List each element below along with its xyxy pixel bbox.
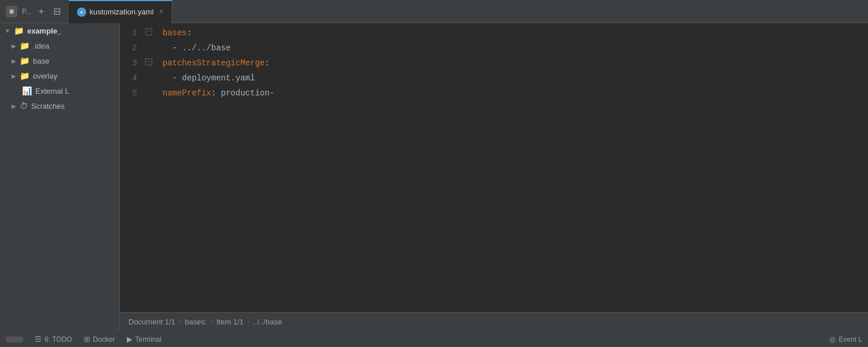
- tab-bar: ✦ kustomization.yaml ×: [69, 0, 868, 23]
- kustomization-tab-icon: ✦: [77, 8, 86, 17]
- code-line-4: - deployment.yaml: [163, 71, 868, 86]
- docker-label: Docker: [93, 335, 115, 344]
- scroll-indicator: [6, 337, 23, 342]
- todo-button[interactable]: ☰ 6: TODO: [35, 335, 72, 344]
- sidebar-item-external-libraries[interactable]: 📊 External L: [0, 83, 119, 98]
- editor-gutter: − −: [143, 25, 157, 310]
- terminal-button[interactable]: ▶ Terminal: [127, 335, 161, 344]
- main-content: ▼ 📁 example_ ▶ 📁 .idea ▶ 📁 base ▶ 📁 over…: [0, 23, 868, 331]
- chevron-right-icon: ▶: [12, 73, 16, 79]
- sidebar-item-label: External L: [35, 87, 69, 95]
- code-editor[interactable]: bases: - ../../base patchesStrategicMerg…: [157, 25, 868, 310]
- event-icon: ◎: [829, 335, 836, 344]
- docker-icon: ⊞: [84, 335, 90, 344]
- line-number-3: 3: [120, 56, 137, 71]
- todo-label: 6: TODO: [45, 335, 72, 344]
- sidebar-item-idea[interactable]: ▶ 📁 .idea: [0, 38, 119, 53]
- editor-content[interactable]: 1 2 3 4 5 − − bases: - ../../base: [120, 23, 868, 312]
- docker-button[interactable]: ⊞ Docker: [84, 335, 115, 344]
- toolbar-right: ◎ Event L: [829, 335, 862, 344]
- chevron-right-icon: ▶: [12, 43, 16, 49]
- bottom-toolbar: ☰ 6: TODO ⊞ Docker ▶ Terminal ◎ Event L: [0, 331, 868, 347]
- todo-icon: ☰: [35, 335, 42, 344]
- editor-tab[interactable]: ✦ kustomization.yaml ×: [69, 0, 172, 23]
- code-line-1: bases:: [163, 25, 868, 40]
- sidebar-root-item[interactable]: ▼ 📁 example_: [0, 23, 119, 38]
- code-line-3: patchesStrategicMerge:: [163, 56, 868, 71]
- breadcrumb-document: Document 1/1: [128, 318, 175, 326]
- title-bar: ▣ P... + ⊟ ✦ kustomization.yaml ×: [0, 0, 868, 23]
- terminal-label: Terminal: [135, 335, 161, 344]
- folder-icon: 📁: [20, 41, 30, 50]
- window-label[interactable]: P...: [22, 8, 31, 16]
- line-number-2: 2: [120, 40, 137, 56]
- event-log-button[interactable]: ◎ Event L: [829, 335, 862, 344]
- external-libraries-icon: 📊: [22, 86, 32, 95]
- code-line-5: namePrefix: production-: [163, 86, 868, 101]
- add-tab-button[interactable]: +: [36, 5, 46, 18]
- sidebar-item-overlay[interactable]: ▶ 📁 overlay: [0, 68, 119, 83]
- window-icon: ▣: [6, 6, 17, 17]
- line-number-4: 4: [120, 71, 137, 86]
- line-numbers: 1 2 3 4 5: [120, 25, 143, 310]
- breadcrumb-sep-2: ›: [211, 318, 213, 326]
- breadcrumb-sep-1: ›: [179, 318, 181, 326]
- code-line-2: - ../../base: [163, 40, 868, 56]
- event-label: Event L: [838, 335, 862, 344]
- sidebar-item-label: overlay: [33, 72, 57, 80]
- chevron-right-icon: ▶: [12, 58, 16, 64]
- line-number-1: 1: [120, 25, 137, 40]
- scratches-icon: ⏱: [20, 101, 28, 110]
- sidebar-item-base[interactable]: ▶ 📁 base: [0, 53, 119, 68]
- folder-icon: 📁: [20, 71, 30, 80]
- sidebar-root-label: example_: [27, 27, 61, 35]
- chevron-down-icon: ▼: [5, 28, 10, 34]
- breadcrumb-path: ../../base: [253, 318, 282, 326]
- sidebar-item-scratches[interactable]: ▶ ⏱ Scratches: [0, 98, 119, 113]
- breadcrumb-key: bases:: [185, 318, 207, 326]
- layout-button[interactable]: ⊟: [51, 5, 63, 18]
- fold-icon-line-3[interactable]: −: [145, 58, 152, 65]
- folder-icon: 📁: [20, 56, 30, 65]
- breadcrumb-item: Item 1/1: [216, 318, 244, 326]
- sidebar-item-label: base: [33, 57, 49, 65]
- sidebar-item-label: Scratches: [31, 102, 65, 110]
- sidebar: ▼ 📁 example_ ▶ 📁 .idea ▶ 📁 base ▶ 📁 over…: [0, 23, 120, 331]
- line-number-5: 5: [120, 86, 137, 101]
- sidebar-item-label: .idea: [33, 42, 49, 50]
- title-bar-left: ▣ P... + ⊟: [0, 5, 69, 18]
- folder-icon: 📁: [14, 26, 24, 35]
- tab-close-button[interactable]: ×: [159, 8, 163, 16]
- fold-icon-line-1[interactable]: −: [145, 28, 152, 35]
- tab-label: kustomization.yaml: [90, 8, 154, 16]
- chevron-right-icon: ▶: [12, 103, 16, 109]
- breadcrumb-sep-3: ›: [247, 318, 249, 326]
- status-bar: Document 1/1 › bases: › Item 1/1 › ../..…: [120, 312, 868, 331]
- editor-area: 1 2 3 4 5 − − bases: - ../../base: [120, 23, 868, 331]
- terminal-icon: ▶: [127, 335, 133, 344]
